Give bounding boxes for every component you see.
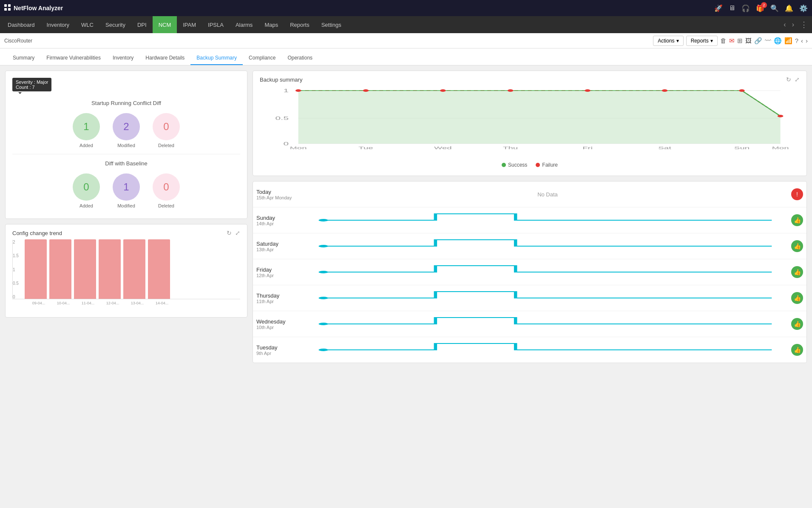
day-thursday-info: Thursday 11th Apr <box>256 292 307 304</box>
backup-chart-controls: ↻ ⤢ <box>786 76 800 83</box>
chart-icon[interactable]: 〰 <box>765 37 771 44</box>
nav-alarms[interactable]: Alarms <box>230 16 258 33</box>
sub-bar-actions: Actions ▾ Reports ▾ 🗑 ✉ ⊞ 🖼 🔗 〰 🌐 📶 ? ‹ … <box>653 36 808 46</box>
nav-ipsla[interactable]: IPSLA <box>202 16 230 33</box>
bar-5 <box>123 239 145 299</box>
bar-4 <box>99 239 121 299</box>
tab-firmware[interactable]: Firmware Vulnerabilities <box>40 51 107 65</box>
svg-text:Sun: Sun <box>734 146 750 150</box>
tab-summary[interactable]: Summary <box>7 51 40 65</box>
day-wednesday-info: Wednesday 10th Apr <box>256 318 307 330</box>
gear-icon[interactable]: ⚙️ <box>799 4 808 12</box>
left-panel: Severity : Major Count : 7 Startup Runni… <box>5 71 247 503</box>
svg-point-30 <box>318 297 328 299</box>
startup-diff-title: Startup Running Conflict Diff <box>12 100 240 106</box>
prev-icon[interactable]: ‹ <box>801 37 803 44</box>
line-chart-svg: 1 0.5 0 <box>260 86 800 150</box>
friday-status-icon: 👍 <box>791 266 803 278</box>
backup-expand-icon[interactable]: ⤢ <box>795 76 800 83</box>
severity-tooltip: Severity : Major Count : 7 <box>12 78 51 91</box>
nav-inventory[interactable]: Inventory <box>41 16 75 33</box>
backup-summary-card: Backup summary ↻ ⤢ 1 0.5 0 <box>253 71 807 176</box>
day-saturday-info: Saturday 13th Apr <box>256 241 307 252</box>
right-panel: Backup summary ↻ ⤢ 1 0.5 0 <box>253 71 807 503</box>
table-icon[interactable]: ⊞ <box>737 37 743 45</box>
chart-controls: ↻ ⤢ <box>227 230 240 236</box>
gift-icon[interactable]: 🎁 2 <box>756 4 764 12</box>
startup-modified-circle: 2 <box>113 113 140 140</box>
svg-point-14 <box>508 89 514 92</box>
svg-rect-2 <box>4 8 7 11</box>
tab-backup-summary[interactable]: Backup Summary <box>190 51 243 65</box>
expand-icon[interactable]: ⤢ <box>235 230 240 236</box>
help-icon[interactable]: ? <box>795 37 798 44</box>
x-axis-labels: 09-04... 10-04... 11-04... 12-04... 13-0… <box>12 301 240 305</box>
tab-compliance[interactable]: Compliance <box>243 51 281 65</box>
refresh-icon[interactable]: ↻ <box>227 230 232 236</box>
nav-right-controls: ‹ › ⋮ <box>781 16 810 33</box>
link-icon[interactable]: 🔗 <box>754 37 762 45</box>
reports-button[interactable]: Reports ▾ <box>686 36 718 46</box>
nav-prev[interactable]: ‹ <box>781 21 788 28</box>
legend-failure: Failure <box>536 162 558 168</box>
app-title: NetFlow Analyzer <box>14 5 63 11</box>
svg-rect-1 <box>8 4 11 7</box>
startup-metrics: 1 Added 2 Modified 0 Deleted <box>12 113 240 148</box>
svg-text:Wed: Wed <box>434 146 452 150</box>
search-icon[interactable]: 🔍 <box>770 4 779 12</box>
actions-button[interactable]: Actions ▾ <box>653 36 683 46</box>
nav-dpi[interactable]: DPI <box>131 16 153 33</box>
line-chart-area: 1 0.5 0 <box>260 86 800 159</box>
nav-ncm[interactable]: NCM <box>153 16 177 33</box>
nav-next[interactable]: › <box>789 21 797 28</box>
svg-text:Mon: Mon <box>290 146 307 150</box>
backup-chart-header: Backup summary ↻ ⤢ <box>260 76 800 83</box>
top-bar-icons: 🚀 🖥 🎧 🎁 2 🔍 🔔 ⚙️ <box>714 4 808 12</box>
rocket-icon[interactable]: 🚀 <box>714 4 723 12</box>
conflict-diff-card: Severity : Major Count : 7 Startup Runni… <box>5 71 247 219</box>
nav-security[interactable]: Security <box>99 16 131 33</box>
day-today-info: Today 15th Apr Monday <box>256 189 307 200</box>
bar-chart-inner: 2 1.5 1 0.5 0 <box>12 240 240 299</box>
grid-icon <box>4 4 11 12</box>
bell-icon[interactable]: 🔔 <box>785 4 793 12</box>
svg-point-27 <box>318 219 328 221</box>
svg-point-28 <box>318 245 328 247</box>
tab-operations[interactable]: Operations <box>281 51 318 65</box>
svg-point-18 <box>778 115 784 117</box>
svg-point-16 <box>662 89 668 92</box>
breadcrumb: CiscoRouter <box>4 38 32 44</box>
svg-rect-3 <box>8 8 11 11</box>
nav-reports[interactable]: Reports <box>284 16 315 33</box>
baseline-diff-title: Diff with Baseline <box>12 160 240 167</box>
nav-more[interactable]: ⋮ <box>798 20 810 29</box>
gift-badge: 2 <box>761 2 767 8</box>
day-rows: Today 15th Apr Monday No Data ! Sunday 1… <box>253 181 807 363</box>
actions-chevron: ▾ <box>676 38 679 44</box>
next-icon[interactable]: › <box>806 37 808 44</box>
tab-hardware[interactable]: Hardware Details <box>139 51 190 65</box>
headset-icon[interactable]: 🎧 <box>741 4 750 12</box>
sunday-status-icon: 👍 <box>791 214 803 226</box>
nav-maps[interactable]: Maps <box>258 16 284 33</box>
day-today: Today 15th Apr Monday No Data ! <box>253 182 806 207</box>
image-icon[interactable]: 🖼 <box>745 37 752 44</box>
day-sunday-chart <box>307 212 788 229</box>
mail-icon[interactable]: ✉ <box>729 37 735 45</box>
monitor-icon[interactable]: 🖥 <box>729 4 735 12</box>
nav-dashboard[interactable]: Dashboard <box>2 16 41 33</box>
nav-settings[interactable]: Settings <box>315 16 347 33</box>
backup-refresh-icon[interactable]: ↻ <box>786 76 791 83</box>
signal-icon[interactable]: 📶 <box>784 37 792 45</box>
baseline-added: 0 Added <box>73 173 100 208</box>
trash-icon[interactable]: 🗑 <box>720 37 727 44</box>
nav-ipam[interactable]: IPAM <box>177 16 202 33</box>
globe-icon[interactable]: 🌐 <box>774 37 782 45</box>
chart-legend: Success Failure <box>260 162 800 168</box>
day-thursday-chart <box>307 289 788 307</box>
sub-bar: CiscoRouter Actions ▾ Reports ▾ 🗑 ✉ ⊞ 🖼 … <box>0 33 812 48</box>
svg-text:Tue: Tue <box>358 146 373 150</box>
nav-wlc[interactable]: WLC <box>75 16 99 33</box>
tab-inventory[interactable]: Inventory <box>107 51 139 65</box>
svg-point-32 <box>318 349 328 351</box>
